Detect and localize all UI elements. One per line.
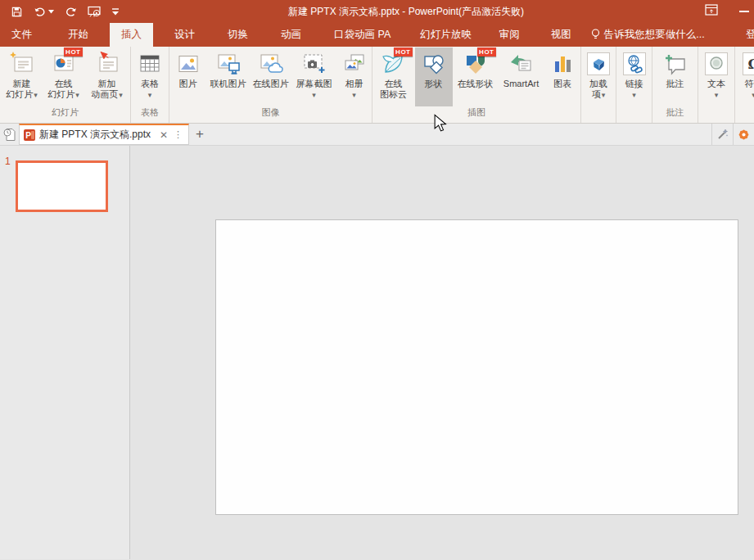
ribbon-group-illustrations: HOT 在线 图标云 形状 HOT 在线形状 SmartArt 图表 xyxy=(372,47,581,123)
text-icon xyxy=(703,51,729,77)
button-label: 符号 xyxy=(745,79,754,89)
text-button[interactable]: 文本 xyxy=(699,47,734,106)
online-machine-picture-button[interactable]: 联机图片 xyxy=(207,47,250,106)
document-tab-active[interactable]: P 新建 PPTX 演示文稿.pptx ✕ ⋮ xyxy=(19,124,189,145)
magic-wand-button[interactable] xyxy=(711,124,733,145)
comment-icon xyxy=(662,51,689,77)
screenshot-button[interactable]: 屏幕截图 xyxy=(292,47,336,106)
minimize-button[interactable] xyxy=(739,11,749,12)
save-icon xyxy=(11,6,23,18)
quick-access-toolbar xyxy=(0,6,119,18)
group-label-slides: 幻灯片 xyxy=(0,106,130,123)
button-label: 图表 xyxy=(553,79,571,89)
addins-icon xyxy=(585,51,612,77)
button-label: 表格 xyxy=(141,79,159,89)
picture-button[interactable]: 图片 xyxy=(169,47,207,106)
tab-review[interactable]: 审阅 xyxy=(488,23,531,47)
chart-icon xyxy=(549,51,576,77)
tab-pocket-animation[interactable]: 口袋动画 PA xyxy=(323,23,402,47)
smartart-button[interactable]: SmartArt xyxy=(499,47,544,106)
document-tab-bar: P 新建 PPTX 演示文稿.pptx ✕ ⋮ + xyxy=(0,124,754,146)
online-picture-button[interactable]: 在线图片 xyxy=(250,47,292,106)
ribbon-group-text: 文本 xyxy=(698,47,735,123)
slide-thumbnail-selected[interactable] xyxy=(16,160,108,212)
photo-album-button[interactable]: 相册 xyxy=(336,47,372,106)
button-label: 在线形状 xyxy=(458,79,494,89)
addins-button[interactable]: 加载 项 xyxy=(581,47,616,106)
qat-more-icon xyxy=(112,8,119,16)
smartart-icon xyxy=(508,51,535,77)
tab-insert[interactable]: 插入 xyxy=(110,23,153,47)
group-label-illustrations: 插图 xyxy=(372,106,580,123)
symbol-button[interactable]: Ω 符号 xyxy=(737,47,754,106)
ribbon-display-options-button[interactable] xyxy=(705,4,718,19)
window-title: 新建 PPTX 演示文稿.pptx - PowerPoint(产品激活失败) xyxy=(288,0,524,23)
tab-options-kebab-icon[interactable]: ⋮ xyxy=(172,129,184,140)
titlebar: 新建 PPTX 演示文稿.pptx - PowerPoint(产品激活失败) xyxy=(0,0,754,23)
ribbon-group-links: 链接 xyxy=(616,47,652,123)
tab-file[interactable]: 文件 xyxy=(0,23,43,47)
sign-in-button[interactable]: 登 xyxy=(746,23,754,47)
customize-qat-button[interactable] xyxy=(112,8,119,16)
undo-button[interactable] xyxy=(34,6,54,17)
online-shapes-button[interactable]: HOT 在线形状 xyxy=(453,47,499,106)
session-manager-button[interactable] xyxy=(0,124,19,145)
tab-home[interactable]: 开始 xyxy=(56,23,100,47)
tab-transitions[interactable]: 切换 xyxy=(216,23,260,47)
lightbulb-icon xyxy=(591,29,600,41)
online-slide-button[interactable]: HOT 在线 幻灯片 xyxy=(43,47,85,106)
close-tab-icon[interactable]: ✕ xyxy=(160,130,168,140)
button-label: 新加 xyxy=(98,79,116,89)
slide-thumbnail-panel[interactable]: 1 xyxy=(0,146,130,559)
group-label-symbols xyxy=(735,106,754,123)
tab-view[interactable]: 视图 xyxy=(540,23,583,47)
slide-number: 1 xyxy=(5,156,11,167)
gear-icon xyxy=(738,129,750,141)
online-machine-picture-icon xyxy=(215,51,242,77)
tab-bar-tools xyxy=(711,124,754,145)
new-animation-page-icon xyxy=(94,51,120,77)
new-slide-button[interactable]: 新建 幻灯片 xyxy=(2,47,43,106)
slideshow-button[interactable] xyxy=(88,6,102,18)
tab-animations[interactable]: 动画 xyxy=(269,23,313,47)
tab-slideshow[interactable]: 幻灯片放映 xyxy=(409,23,483,47)
link-button[interactable]: 链接 xyxy=(617,47,652,106)
button-label: 形状 xyxy=(425,79,443,89)
group-label-text xyxy=(698,106,734,123)
button-label: 图片 xyxy=(179,79,197,89)
new-slide-icon xyxy=(9,51,35,77)
table-button[interactable]: 表格 xyxy=(131,47,169,106)
tab-settings-button[interactable] xyxy=(733,124,754,145)
online-icon-cloud-button[interactable]: HOT 在线 图标云 xyxy=(372,47,415,106)
ribbon-group-slides: 新建 幻灯片 HOT 在线 幻灯片 新加 动画页 幻灯片 xyxy=(0,47,131,123)
button-label: 在线 xyxy=(385,79,403,89)
link-icon xyxy=(621,51,648,77)
shapes-button[interactable]: 形状 xyxy=(415,47,453,106)
slide-editing-surface[interactable] xyxy=(215,219,738,515)
tell-me-label: 告诉我您想要做什么... xyxy=(604,28,705,42)
svg-text:P: P xyxy=(25,131,31,140)
dropdown-caret xyxy=(33,89,38,99)
magic-wand-icon xyxy=(716,129,729,141)
group-label-comments: 批注 xyxy=(652,106,698,123)
dropdown-caret xyxy=(118,89,123,99)
save-button[interactable] xyxy=(11,6,23,18)
group-label-images: 图像 xyxy=(169,106,372,123)
button-label: 新建 xyxy=(13,79,31,89)
tell-me-box[interactable]: 告诉我您想要做什么... xyxy=(583,23,713,47)
ribbon-group-images: 图片 联机图片 在线图片 屏幕截图 相册 图像 xyxy=(169,47,372,123)
button-label: SmartArt xyxy=(503,79,539,89)
comment-button[interactable]: 批注 xyxy=(657,47,694,106)
ribbon: 新建 幻灯片 HOT 在线 幻灯片 新加 动画页 幻灯片 表格 xyxy=(0,47,754,124)
hot-badge: HOT xyxy=(477,47,495,56)
new-animation-page-button[interactable]: 新加 动画页 xyxy=(85,47,129,106)
redo-button[interactable] xyxy=(65,6,77,17)
new-tab-button[interactable]: + xyxy=(189,124,210,145)
dropdown-caret xyxy=(632,89,636,99)
tab-design[interactable]: 设计 xyxy=(163,23,206,47)
undo-dropdown-caret xyxy=(48,10,54,14)
chart-button[interactable]: 图表 xyxy=(544,47,581,106)
photo-album-icon xyxy=(341,51,368,77)
dropdown-caret xyxy=(601,89,606,99)
undo-icon xyxy=(34,6,47,17)
